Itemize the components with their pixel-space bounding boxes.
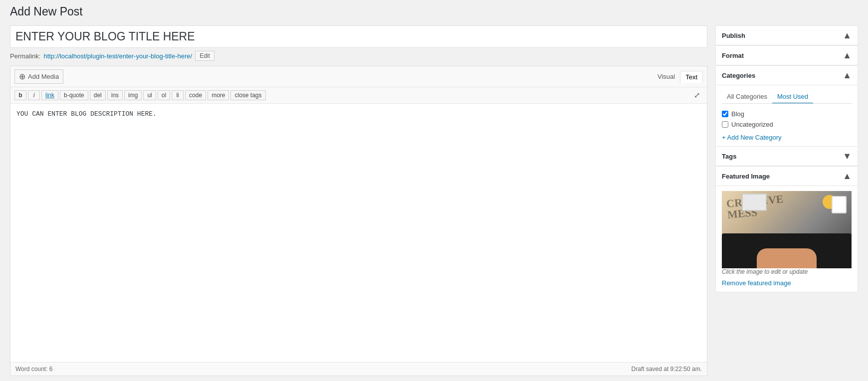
format-ol-button[interactable]: ol	[158, 90, 170, 100]
editor-content-text: YOU CAN ENTER BLOG DESCRIPTION HERE.	[16, 110, 157, 118]
category-item-uncategorized: Uncategorized	[722, 119, 852, 130]
decorative-cup	[832, 196, 847, 213]
draft-saved-status: Draft saved at 9:22:50 am.	[632, 366, 702, 373]
category-list: Blog Uncategorized	[722, 109, 852, 130]
permalink-edit-button[interactable]: Edit	[195, 51, 215, 61]
post-title-input[interactable]	[10, 25, 707, 48]
fullscreen-button[interactable]: ⤢	[691, 90, 703, 101]
tags-panel-title: Tags	[722, 153, 736, 160]
add-new-category-link[interactable]: + Add New Category	[722, 134, 782, 141]
publish-panel-title: Publish	[722, 32, 745, 39]
permalink-url[interactable]: http://localhost/plugin-test/enter-your-…	[43, 52, 192, 60]
category-label-blog: Blog	[731, 110, 744, 118]
featured-image-panel-toggle: ▲	[843, 172, 852, 181]
format-bquote-button[interactable]: b-quote	[60, 90, 88, 100]
category-checkbox-uncategorized[interactable]	[722, 121, 728, 128]
categories-panel: Categories ▲ All Categories Most Used Bl…	[715, 65, 858, 146]
featured-image-panel-title: Featured Image	[722, 173, 770, 180]
tab-text[interactable]: Text	[680, 71, 703, 83]
add-media-icon: ⊕	[19, 72, 25, 81]
categories-panel-toggle: ▲	[843, 71, 852, 80]
publish-panel-header[interactable]: Publish ▲	[716, 26, 858, 45]
format-img-button[interactable]: img	[124, 90, 142, 100]
category-label-uncategorized: Uncategorized	[731, 121, 773, 128]
format-panel-header[interactable]: Format ▲	[716, 46, 858, 65]
format-close-tags-button[interactable]: close tags	[230, 90, 265, 100]
publish-panel: Publish ▲	[715, 25, 858, 45]
tags-panel-header[interactable]: Tags ▼	[716, 147, 858, 166]
featured-image-hint: Click the image to edit or update	[722, 268, 852, 275]
format-bold-button[interactable]: b	[14, 90, 26, 100]
format-panel-title: Format	[722, 52, 744, 59]
tab-most-used[interactable]: Most Used	[772, 90, 813, 103]
tab-all-categories[interactable]: All Categories	[722, 90, 772, 103]
decorative-notebook	[742, 193, 767, 211]
format-ul-button[interactable]: ul	[143, 90, 156, 100]
editor-content-area[interactable]: YOU CAN ENTER BLOG DESCRIPTION HERE.	[10, 104, 707, 362]
publish-panel-toggle: ▲	[843, 31, 852, 40]
permalink-label: Permalink:	[10, 52, 40, 60]
add-media-button[interactable]: ⊕ Add Media	[14, 69, 63, 84]
format-link-button[interactable]: link	[41, 90, 58, 100]
featured-image-thumbnail[interactable]: CREATIVEMESS	[722, 191, 852, 268]
page-title: Add New Post	[10, 5, 858, 18]
category-item-blog: Blog	[722, 109, 852, 119]
tab-visual[interactable]: Visual	[652, 71, 680, 83]
word-count: Word count: 6	[15, 366, 52, 373]
format-more-button[interactable]: more	[208, 90, 229, 100]
format-panel-toggle: ▲	[843, 51, 852, 60]
tags-panel-toggle: ▼	[843, 152, 852, 161]
categories-panel-header[interactable]: Categories ▲	[716, 66, 858, 85]
remove-featured-image-link[interactable]: Remove featured image	[722, 279, 852, 287]
format-italic-button[interactable]: i	[28, 90, 40, 100]
format-ins-button[interactable]: ins	[107, 90, 123, 100]
format-toolbar: b i link b-quote del ins img ul ol li co…	[10, 87, 707, 104]
featured-image-panel: Featured Image ▲ CREATIVEMESS Click the …	[715, 166, 858, 292]
format-panel: Format ▲	[715, 45, 858, 65]
format-li-button[interactable]: li	[172, 90, 184, 100]
format-code-button[interactable]: code	[185, 90, 206, 100]
categories-panel-title: Categories	[722, 72, 755, 79]
featured-image-panel-header[interactable]: Featured Image ▲	[716, 167, 858, 186]
category-checkbox-blog[interactable]	[722, 111, 728, 117]
tags-panel: Tags ▼	[715, 146, 858, 166]
decorative-hands	[757, 248, 817, 268]
format-del-button[interactable]: del	[90, 90, 106, 100]
